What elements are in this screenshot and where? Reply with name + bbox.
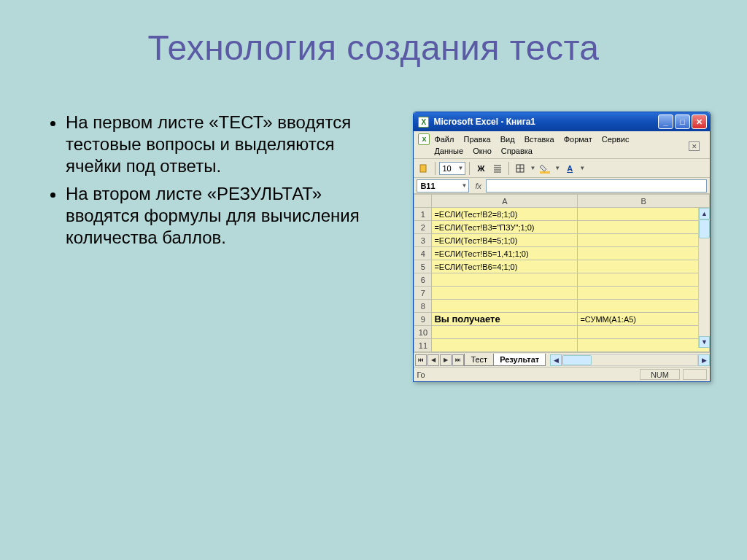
formatting-toolbar: 10 ▼ Ж ▼ ▼ A ▼ [414, 159, 710, 178]
scroll-down-icon[interactable]: ▼ [699, 336, 710, 348]
formula-bar: B11 ▼ fx [414, 178, 710, 194]
status-mode: Го [417, 370, 425, 379]
dropdown-icon[interactable]: ▼ [579, 165, 585, 171]
cell[interactable] [578, 287, 710, 300]
cell[interactable]: =ЕСЛИ(Тест!B4=5;1;0) [432, 234, 578, 247]
menu-file[interactable]: Файл [434, 135, 454, 144]
maximize-button[interactable]: □ [675, 114, 690, 129]
scroll-right-icon[interactable]: ▶ [698, 354, 710, 366]
scroll-up-icon[interactable]: ▲ [699, 208, 710, 219]
cell[interactable] [432, 326, 578, 339]
scroll-thumb[interactable] [699, 219, 710, 238]
fx-icon[interactable]: fx [475, 182, 481, 190]
tab-nav-first-icon[interactable]: ⏮ [415, 354, 427, 366]
cell[interactable]: =ЕСЛИ(Тест!B5=1,41;1;0) [432, 247, 578, 260]
workbook-close-button[interactable]: ✕ [689, 141, 700, 151]
row-header[interactable]: 2 [414, 221, 432, 234]
toolbar-divider [469, 162, 470, 175]
menu-service[interactable]: Сервис [602, 135, 630, 144]
dropdown-icon[interactable]: ▼ [530, 165, 535, 171]
bullet-item: На первом листе «ТЕСТ» вводятся тестовые… [66, 112, 391, 177]
tab-nav-prev-icon[interactable]: ◀ [427, 354, 439, 366]
horizontal-scrollbar[interactable]: ◀ ▶ [550, 354, 710, 366]
font-size-selector[interactable]: 10 ▼ [439, 162, 465, 175]
svg-rect-8 [540, 171, 550, 174]
dropdown-icon[interactable]: ▼ [554, 165, 560, 171]
table-row: 10 [414, 326, 710, 339]
bullet-item: На втором листе «РЕЗУЛЬТАТ» вводятся фор… [66, 183, 391, 249]
minimize-button[interactable]: _ [658, 114, 673, 129]
bold-button[interactable]: Ж [473, 161, 488, 176]
slide-title: Технология создания теста [0, 0, 747, 68]
cell[interactable] [432, 339, 578, 352]
row-header[interactable]: 7 [414, 287, 432, 300]
fill-color-button[interactable] [538, 161, 552, 176]
menu-format[interactable]: Формат [564, 135, 592, 144]
row-header[interactable]: 4 [414, 247, 432, 260]
table-row: 2=ЕСЛИ(Тест!B3="ПЗУ";1;0) [414, 221, 710, 234]
cell[interactable] [578, 339, 710, 352]
tab-nav-last-icon[interactable]: ⏭ [452, 354, 464, 366]
tab-nav-next-icon[interactable]: ▶ [440, 354, 452, 366]
cell[interactable] [578, 208, 710, 221]
menu-help[interactable]: Справка [501, 147, 533, 155]
cell[interactable] [578, 221, 710, 234]
row-header[interactable]: 3 [414, 234, 432, 247]
cell[interactable] [432, 273, 578, 287]
row-header[interactable]: 9 [414, 313, 432, 326]
cell[interactable] [578, 234, 710, 247]
cell[interactable]: =ЕСЛИ(Тест!B2=8;1;0) [432, 208, 578, 221]
menu-window[interactable]: Окно [473, 147, 492, 155]
column-header[interactable]: A [432, 195, 578, 208]
name-box-value: B11 [420, 182, 435, 190]
scroll-thumb[interactable] [562, 355, 592, 365]
row-header[interactable]: 5 [414, 260, 432, 273]
format-painter-icon[interactable] [417, 161, 431, 176]
cell[interactable] [578, 326, 710, 339]
menu-view[interactable]: Вид [500, 135, 515, 144]
menu-edit[interactable]: Правка [464, 135, 491, 144]
window-title: Microsoft Excel - Книга1 [433, 117, 658, 127]
excel-logo-icon: X [418, 117, 429, 128]
row-header[interactable]: 10 [414, 326, 432, 339]
table-row: 8 [414, 300, 710, 313]
formula-input[interactable] [486, 179, 707, 192]
window-titlebar[interactable]: X Microsoft Excel - Книга1 _ □ ✕ [414, 112, 710, 131]
row-header[interactable]: 11 [414, 339, 432, 352]
vertical-scrollbar[interactable]: ▲ ▼ [698, 208, 710, 348]
row-header[interactable]: 8 [414, 300, 432, 313]
cell[interactable] [578, 260, 710, 273]
row-header[interactable]: 6 [414, 273, 432, 287]
column-header[interactable]: B [578, 195, 710, 208]
cell[interactable] [578, 300, 710, 313]
table-row: 6 [414, 273, 710, 287]
excel-logo-small-icon: X [418, 133, 430, 145]
align-button[interactable] [490, 161, 505, 176]
borders-button[interactable] [513, 161, 527, 176]
sheet-tab-test[interactable]: Тест [464, 354, 494, 366]
scroll-left-icon[interactable]: ◀ [550, 354, 562, 366]
cell[interactable] [578, 273, 710, 287]
sheet-tab-bar: ⏮ ◀ ▶ ⏭ Тест Результат ◀ ▶ [414, 352, 710, 367]
dropdown-icon: ▼ [461, 182, 468, 189]
cell[interactable]: =ЕСЛИ(Тест!B6=4;1;0) [432, 260, 578, 273]
select-all-corner[interactable] [414, 195, 432, 208]
toolbar-divider [508, 162, 509, 175]
close-button[interactable]: ✕ [692, 114, 707, 129]
dropdown-icon: ▼ [457, 165, 465, 171]
sheet-tab-result[interactable]: Результат [493, 354, 546, 366]
cell[interactable]: =СУММ(A1:A5) [578, 313, 710, 326]
name-box[interactable]: B11 ▼ [417, 179, 469, 192]
cell[interactable] [432, 287, 578, 300]
bullet-list: На первом листе «ТЕСТ» вводятся тестовые… [44, 112, 391, 254]
cell[interactable]: =ЕСЛИ(Тест!B3="ПЗУ";1;0) [432, 221, 578, 234]
table-row: 1=ЕСЛИ(Тест!B2=8;1;0) [414, 208, 710, 221]
cell[interactable] [578, 247, 710, 260]
cell[interactable]: Вы получаете [432, 313, 578, 326]
row-header[interactable]: 1 [414, 208, 432, 221]
menu-data[interactable]: Данные [434, 147, 463, 155]
menu-insert[interactable]: Вставка [525, 135, 554, 144]
cell[interactable] [432, 300, 578, 313]
svg-rect-0 [420, 165, 426, 172]
font-color-button[interactable]: A [562, 161, 577, 176]
